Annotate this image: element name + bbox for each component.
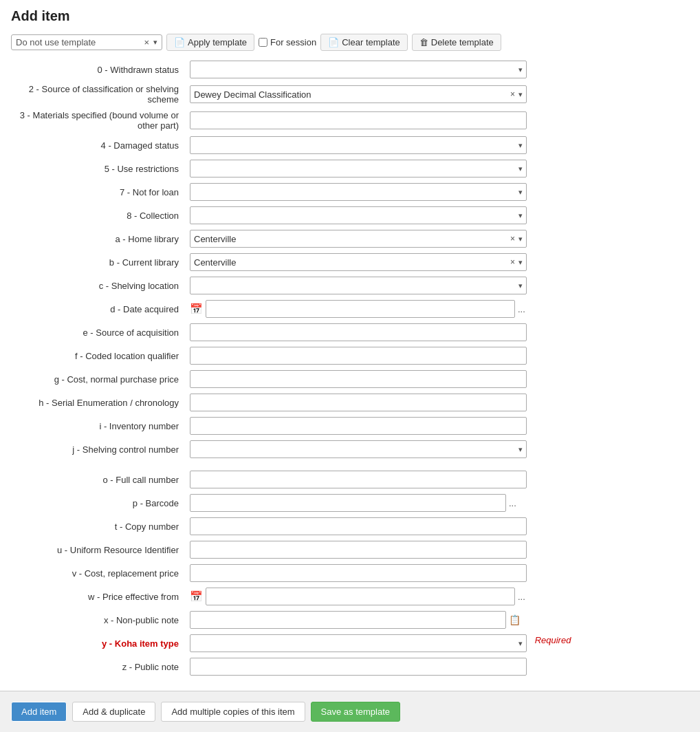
field-input-cell-d: 📅 ... [186, 297, 700, 321]
field-input-cell-t [186, 515, 700, 538]
field-label-4: 4 - Damaged status [0, 133, 186, 157]
table-row: y - Koha item type ▾ Required [0, 632, 700, 655]
clear-template-button[interactable]: 📄 Clear template [320, 34, 408, 51]
field-label-t: t - Copy number [0, 515, 186, 538]
select-arrow-source-classification: ▾ [517, 90, 523, 99]
date-options-date-acquired[interactable]: ... [518, 304, 525, 314]
table-row: d - Date acquired 📅 ... [0, 297, 700, 321]
field-input-cell-0: ▾ [186, 58, 700, 81]
select-withdrawn-status[interactable]: ▾ [190, 61, 527, 78]
calendar-icon-date-acquired[interactable]: 📅 [190, 303, 203, 315]
input-materials-specified[interactable] [190, 111, 527, 129]
item-form-table: 0 - Withdrawn status ▾ 2 - Source of cla… [0, 58, 700, 678]
non-public-input[interactable] [190, 611, 506, 629]
table-row: 4 - Damaged status ▾ [0, 133, 700, 157]
non-public-icon[interactable]: 📋 [509, 614, 521, 625]
input-cost-replacement[interactable] [190, 564, 527, 582]
select-home-library[interactable]: Centerville × ▾ [190, 230, 527, 248]
date-options-price-effective[interactable]: ... [518, 592, 525, 602]
field-input-cell-p: ... [186, 491, 700, 515]
field-label-v: v - Cost, replacement price [0, 561, 186, 585]
date-input-date-acquired[interactable] [206, 300, 515, 318]
table-row: h - Serial Enumeration / chronology [0, 391, 700, 414]
template-select-value: Do not use template [16, 37, 96, 47]
input-serial-enumeration[interactable] [190, 394, 527, 411]
field-input-cell-h [186, 391, 700, 414]
clear-source-classification[interactable]: × [508, 89, 517, 99]
field-label-8: 8 - Collection [0, 204, 186, 227]
table-row: b - Current library Centerville × ▾ [0, 250, 700, 274]
field-label-3: 3 - Materials specified (bound volume or… [0, 107, 186, 133]
select-not-for-loan[interactable]: ▾ [190, 183, 527, 201]
table-row: 2 - Source of classification or shelving… [0, 81, 700, 107]
calendar-icon-price-effective[interactable]: 📅 [190, 590, 203, 603]
select-shelving-control[interactable]: ▾ [190, 440, 527, 458]
input-public-note[interactable] [190, 658, 527, 676]
template-bar: Do not use template × ▾ 📄 Apply template… [0, 30, 700, 58]
select-damaged-status[interactable]: ▾ [190, 136, 527, 154]
select-current-library[interactable]: Centerville × ▾ [190, 253, 527, 271]
field-label-h: h - Serial Enumeration / chronology [0, 391, 186, 414]
field-label-u: u - Uniform Resource Identifier [0, 538, 186, 561]
table-row: o - Full call number [0, 468, 700, 491]
field-input-cell-b: Centerville × ▾ [186, 250, 700, 274]
select-arrow-shelving-location: ▾ [518, 281, 523, 290]
input-coded-location[interactable] [190, 347, 527, 365]
field-input-cell-z [186, 655, 700, 678]
select-collection[interactable]: ▾ [190, 206, 527, 224]
field-label-a: a - Home library [0, 227, 186, 250]
input-full-call-number[interactable] [190, 471, 527, 488]
save-template-button[interactable]: Save as template [311, 702, 400, 722]
field-input-cell-a: Centerville × ▾ [186, 227, 700, 250]
table-row: t - Copy number [0, 515, 700, 538]
required-badge-koha-item-type: Required [535, 635, 571, 645]
field-label-f: f - Coded location qualifier [0, 344, 186, 367]
table-row: c - Shelving location ▾ [0, 274, 700, 297]
select-source-classification[interactable]: Dewey Decimal Classification × ▾ [190, 85, 527, 103]
template-select-arrow[interactable]: ▾ [152, 38, 157, 47]
field-label-p: p - Barcode [0, 491, 186, 515]
select-shelving-location[interactable]: ▾ [190, 277, 527, 294]
add-item-button[interactable]: Add item [11, 702, 67, 722]
template-select[interactable]: Do not use template × ▾ [11, 34, 162, 50]
table-row: 7 - Not for loan ▾ [0, 180, 700, 204]
barcode-input[interactable] [190, 494, 506, 512]
select-use-restrictions[interactable]: ▾ [190, 160, 527, 177]
field-input-cell-o [186, 468, 700, 491]
apply-template-button[interactable]: 📄 Apply template [166, 34, 254, 51]
select-arrow-collection: ▾ [518, 211, 523, 220]
table-row: 0 - Withdrawn status ▾ [0, 58, 700, 81]
clear-current-library[interactable]: × [508, 257, 517, 267]
add-duplicate-button[interactable]: Add & duplicate [72, 702, 155, 722]
field-input-cell-5: ▾ [186, 157, 700, 180]
field-label-i: i - Inventory number [0, 414, 186, 438]
select-arrow-damaged-status: ▾ [518, 141, 523, 150]
delete-template-button[interactable]: 🗑 Delete template [412, 34, 501, 51]
select-arrow-current-library: ▾ [517, 258, 523, 267]
date-input-price-effective[interactable] [206, 588, 515, 605]
clear-home-library[interactable]: × [508, 234, 517, 244]
select-koha-item-type[interactable]: ▾ [190, 634, 527, 652]
input-cost-purchase[interactable] [190, 370, 527, 388]
field-label-z: z - Public note [0, 655, 186, 678]
barcode-options[interactable]: ... [509, 498, 516, 508]
add-multiple-button[interactable]: Add multiple copies of this item [161, 702, 305, 722]
field-input-cell-e [186, 321, 700, 344]
select-arrow-not-for-loan: ▾ [518, 188, 523, 197]
field-input-cell-f [186, 344, 700, 367]
input-uri[interactable] [190, 541, 527, 559]
select-arrow-withdrawn-status: ▾ [518, 65, 523, 74]
field-input-cell-i [186, 414, 700, 438]
input-inventory-number[interactable] [190, 417, 527, 435]
input-source-acquisition[interactable] [190, 323, 527, 341]
clear-template-icon: 📄 [328, 37, 339, 47]
field-label-7: 7 - Not for loan [0, 180, 186, 204]
template-clear-x[interactable]: × [141, 37, 152, 47]
table-row: g - Cost, normal purchase price [0, 367, 700, 391]
for-session-checkbox[interactable] [259, 38, 267, 47]
select-arrow-koha-item-type: ▾ [518, 639, 523, 648]
field-input-cell-u [186, 538, 700, 561]
spacer-row [0, 461, 700, 468]
for-session-label[interactable]: For session [259, 37, 316, 47]
input-copy-number[interactable] [190, 517, 527, 535]
